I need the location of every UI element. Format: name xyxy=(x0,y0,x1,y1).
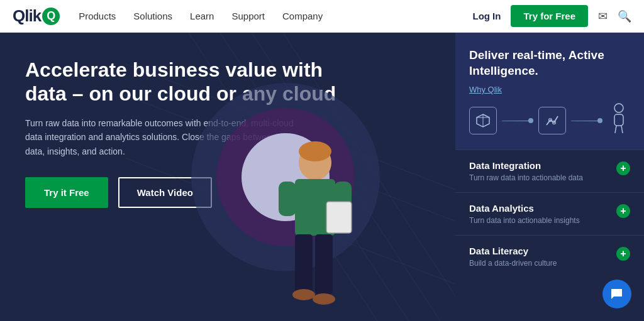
nav-company[interactable]: Company xyxy=(282,8,323,24)
data-literacy-card[interactable]: Data Literacy Build a data-driven cultur… xyxy=(455,235,644,278)
svg-point-15 xyxy=(292,289,315,300)
logo[interactable]: Qlik Q xyxy=(13,6,60,26)
card-plus-icon[interactable]: + xyxy=(616,204,630,218)
card-subtitle: Turn raw data into actionable data xyxy=(469,173,583,182)
header-actions: Log In Try for Free ✉ 🔍 xyxy=(472,5,631,27)
search-icon[interactable]: 🔍 xyxy=(618,9,631,23)
svg-line-25 xyxy=(621,126,623,133)
illus-chart-icon xyxy=(538,107,566,134)
card-text: Data Integration Turn raw data into acti… xyxy=(469,160,583,182)
svg-rect-12 xyxy=(326,202,352,233)
main-nav: Products Solutions Learn Support Company xyxy=(79,8,472,24)
chat-bubble-button[interactable] xyxy=(602,280,631,308)
person-figure xyxy=(254,120,367,321)
try-it-free-button[interactable]: Try it Free xyxy=(25,177,108,208)
nav-solutions[interactable]: Solutions xyxy=(133,8,172,24)
illus-person-icon xyxy=(608,102,630,139)
card-subtitle: Turn data into actionable insights xyxy=(469,216,580,225)
illus-connector xyxy=(502,121,533,122)
card-text: Data Literacy Build a data-driven cultur… xyxy=(469,246,557,268)
login-button[interactable]: Log In xyxy=(472,11,501,21)
svg-rect-14 xyxy=(315,234,333,294)
card-title: Data Analytics xyxy=(469,203,580,214)
svg-line-24 xyxy=(615,126,616,133)
nav-support[interactable]: Support xyxy=(231,8,265,24)
header: Qlik Q Products Solutions Learn Support … xyxy=(0,0,644,33)
why-qlik-link[interactable]: Why Qlik xyxy=(469,85,630,94)
sidebar-illustration xyxy=(469,102,630,139)
logo-text: Qlik xyxy=(13,6,41,26)
sidebar: Deliver real-time, Active Intelligence. … xyxy=(455,33,644,321)
email-icon[interactable]: ✉ xyxy=(598,9,608,23)
card-plus-icon[interactable]: + xyxy=(616,161,630,175)
card-plus-icon[interactable]: + xyxy=(616,247,630,261)
illus-connector-2 xyxy=(571,121,602,122)
illus-cube-icon xyxy=(469,107,497,134)
chat-icon xyxy=(609,286,625,302)
main-content: Accelerate business value with data – on… xyxy=(0,33,644,321)
card-text: Data Analytics Turn data into actionable… xyxy=(469,203,580,225)
card-title: Data Literacy xyxy=(469,246,557,256)
svg-rect-10 xyxy=(279,182,296,216)
card-subtitle: Build a data-driven culture xyxy=(469,259,557,268)
nav-learn[interactable]: Learn xyxy=(190,8,214,24)
card-title: Data Integration xyxy=(469,160,583,171)
logo-q-icon: Q xyxy=(42,8,60,25)
svg-point-22 xyxy=(614,104,623,112)
svg-point-16 xyxy=(313,293,335,305)
svg-rect-13 xyxy=(295,234,313,294)
hero-section: Accelerate business value with data – on… xyxy=(0,33,455,321)
data-integration-card[interactable]: Data Integration Turn raw data into acti… xyxy=(455,150,644,192)
nav-products[interactable]: Products xyxy=(79,8,116,24)
try-for-free-button[interactable]: Try for Free xyxy=(511,5,588,27)
sidebar-top: Deliver real-time, Active Intelligence. … xyxy=(455,33,644,150)
sidebar-headline: Deliver real-time, Active Intelligence. xyxy=(469,48,630,79)
svg-point-8 xyxy=(299,141,331,161)
svg-rect-23 xyxy=(614,114,623,126)
data-analytics-card[interactable]: Data Analytics Turn data into actionable… xyxy=(455,192,644,235)
person-svg xyxy=(264,139,358,321)
